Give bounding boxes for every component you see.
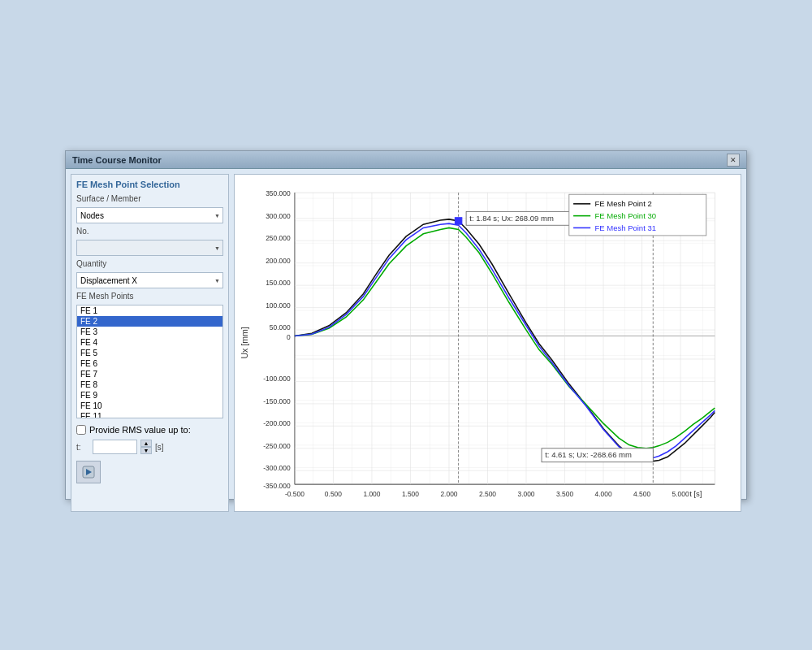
svg-text:4.000: 4.000 (594, 490, 611, 498)
quantity-label: Quantity (76, 259, 223, 268)
svg-text:50.000: 50.000 (270, 323, 291, 332)
svg-text:3.000: 3.000 (517, 490, 534, 498)
fe-mesh-points-list[interactable]: FE 1FE 2FE 3FE 4FE 5FE 6FE 7FE 8FE 9FE 1… (76, 305, 223, 418)
play-icon (81, 465, 96, 479)
svg-text:FE Mesh Point 31: FE Mesh Point 31 (594, 223, 656, 232)
surface-member-select[interactable]: Nodes (76, 207, 223, 223)
quantity-wrapper: Displacement X (76, 272, 223, 288)
svg-text:FE Mesh Point 2: FE Mesh Point 2 (594, 199, 651, 208)
quantity-select[interactable]: Displacement X (76, 272, 223, 288)
action-button[interactable] (76, 461, 101, 483)
surface-member-wrapper: Nodes (76, 207, 223, 223)
rms-checkbox-label: Provide RMS value up to: (89, 425, 191, 435)
rms-input[interactable] (93, 440, 137, 454)
fe-list-item[interactable]: FE 11 (77, 411, 222, 418)
svg-text:2.500: 2.500 (479, 490, 496, 498)
svg-text:-200.000: -200.000 (263, 419, 291, 427)
svg-text:300.000: 300.000 (266, 212, 291, 220)
svg-text:0.500: 0.500 (325, 490, 342, 498)
fe-list-item[interactable]: FE 4 (77, 337, 222, 348)
spinner: ▲ ▼ (140, 440, 152, 454)
spinner-up[interactable]: ▲ (140, 440, 152, 447)
fe-list-item[interactable]: FE 7 (77, 369, 222, 379)
no-label: No. (76, 227, 223, 236)
spinner-down[interactable]: ▼ (140, 447, 152, 454)
chart-area: 350.000 300.000 250.000 200.000 150.000 … (234, 174, 741, 512)
title-bar: Time Course Monitor ✕ (66, 151, 746, 169)
close-button[interactable]: ✕ (727, 154, 740, 167)
svg-text:t [s]: t [s] (689, 489, 702, 498)
svg-rect-56 (455, 218, 461, 224)
no-select[interactable] (76, 240, 223, 256)
fe-list-item[interactable]: FE 9 (77, 390, 222, 401)
window-title: Time Course Monitor (72, 155, 162, 165)
fe-list-item[interactable]: FE 6 (77, 358, 222, 369)
svg-text:150.000: 150.000 (266, 279, 291, 287)
section-title: FE Mesh Point Selection (76, 180, 223, 189)
surface-member-label: Surface / Member (76, 194, 223, 203)
svg-text:0: 0 (287, 333, 291, 341)
svg-text:-350.000: -350.000 (263, 482, 291, 490)
fe-list-item[interactable]: FE 2 (77, 316, 222, 327)
no-wrapper (76, 240, 223, 256)
svg-text:1.000: 1.000 (363, 490, 380, 498)
fe-list-item[interactable]: FE 3 (77, 327, 222, 337)
svg-text:100.000: 100.000 (266, 301, 291, 310)
svg-text:350.000: 350.000 (266, 189, 291, 197)
svg-text:250.000: 250.000 (266, 234, 291, 242)
svg-text:3.500: 3.500 (556, 490, 573, 498)
svg-rect-2 (295, 193, 715, 484)
left-panel: FE Mesh Point Selection Surface / Member… (71, 174, 229, 512)
svg-text:5.000: 5.000 (672, 490, 689, 498)
fe-list-item[interactable]: FE 5 (77, 348, 222, 358)
svg-text:-250.000: -250.000 (263, 442, 291, 450)
s-unit: [s] (155, 443, 164, 452)
svg-text:Ux [mm]: Ux [mm] (240, 327, 249, 358)
svg-text:-100.000: -100.000 (263, 375, 291, 383)
main-window: Time Course Monitor ✕ FE Mesh Point Sele… (65, 150, 747, 500)
svg-text:t: 1.84 s; Ux: 268.09 mm: t: 1.84 s; Ux: 268.09 mm (469, 214, 554, 223)
svg-text:-300.000: -300.000 (263, 464, 291, 472)
t-label: t: (76, 443, 89, 452)
svg-text:2.000: 2.000 (440, 490, 457, 498)
svg-text:1.500: 1.500 (402, 490, 419, 498)
svg-text:-150.000: -150.000 (263, 397, 291, 405)
svg-text:t: 4.61 s; Ux: -268.66 mm: t: 4.61 s; Ux: -268.66 mm (545, 450, 632, 459)
rms-checkbox[interactable] (76, 425, 86, 435)
content-area: FE Mesh Point Selection Surface / Member… (66, 169, 746, 517)
fe-list-item[interactable]: FE 1 (77, 306, 222, 316)
svg-text:4.500: 4.500 (633, 490, 650, 498)
rms-row: t: ▲ ▼ [s] (76, 440, 223, 454)
fe-list-item[interactable]: FE 8 (77, 379, 222, 390)
rms-checkbox-row: Provide RMS value up to: (76, 425, 223, 435)
chart-svg: 350.000 300.000 250.000 200.000 150.000 … (235, 175, 741, 511)
fe-list-item[interactable]: FE 10 (77, 401, 222, 411)
svg-text:-0.500: -0.500 (285, 490, 304, 498)
svg-text:FE Mesh Point 30: FE Mesh Point 30 (594, 211, 656, 220)
fe-mesh-points-label: FE Mesh Points (76, 292, 223, 301)
svg-text:200.000: 200.000 (266, 257, 291, 265)
